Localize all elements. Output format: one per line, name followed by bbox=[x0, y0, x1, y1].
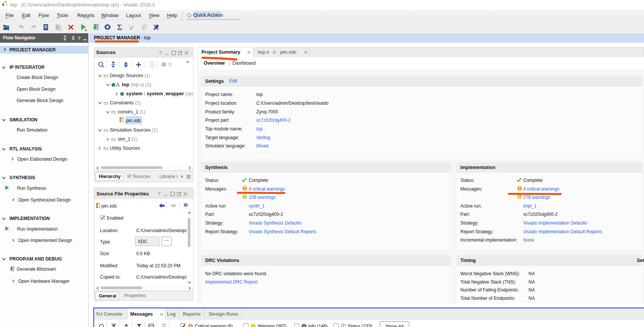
svg-text:?: ? bbox=[151, 63, 153, 67]
svg-text:?: ? bbox=[159, 50, 162, 55]
svg-text:Σ: Σ bbox=[117, 23, 122, 31]
svg-text:?: ? bbox=[78, 36, 81, 40]
svg-text:?: ? bbox=[158, 191, 161, 196]
